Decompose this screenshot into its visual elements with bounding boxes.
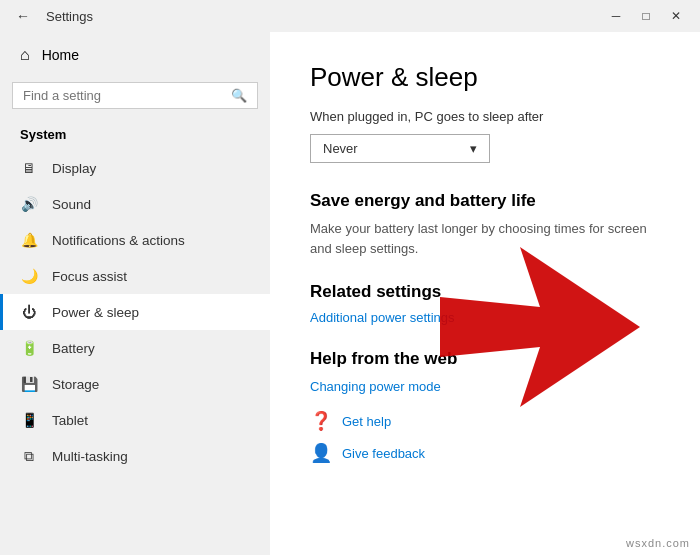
storage-icon: 💾 [20, 376, 38, 392]
sidebar-item-notifications[interactable]: 🔔 Notifications & actions [0, 222, 270, 258]
back-button[interactable]: ← [10, 6, 36, 26]
sidebar-power-label: Power & sleep [52, 305, 139, 320]
sidebar-item-storage[interactable]: 💾 Storage [0, 366, 270, 402]
sidebar-battery-label: Battery [52, 341, 95, 356]
plugged-in-label: When plugged in, PC goes to sleep after [310, 109, 660, 124]
dropdown-arrow-icon: ▾ [470, 141, 477, 156]
sidebar: ⌂ Home 🔍 System 🖥 Display 🔊 Sound 🔔 Noti… [0, 32, 270, 555]
title-bar: ← Settings ─ □ ✕ [0, 0, 700, 32]
notifications-icon: 🔔 [20, 232, 38, 248]
sidebar-sound-label: Sound [52, 197, 91, 212]
home-label: Home [42, 47, 79, 63]
watermark: wsxdn.com [626, 537, 690, 549]
close-button[interactable]: ✕ [662, 5, 690, 27]
sidebar-home-item[interactable]: ⌂ Home [0, 32, 270, 78]
title-bar-left: ← Settings [10, 6, 93, 26]
related-settings-heading: Related settings [310, 282, 660, 302]
title-bar-nav: ← [10, 6, 36, 26]
window-controls: ─ □ ✕ [602, 5, 690, 27]
search-icon: 🔍 [231, 88, 247, 103]
get-help-item[interactable]: ❓ Get help [310, 410, 660, 432]
get-help-icon: ❓ [310, 410, 332, 432]
sidebar-item-tablet[interactable]: 📱 Tablet [0, 402, 270, 438]
sidebar-multitasking-label: Multi-tasking [52, 449, 128, 464]
page-title: Power & sleep [310, 62, 660, 93]
dropdown-value: Never [323, 141, 358, 156]
give-feedback-item[interactable]: 👤 Give feedback [310, 442, 660, 464]
tablet-icon: 📱 [20, 412, 38, 428]
get-help-link[interactable]: Get help [342, 414, 391, 429]
sidebar-display-label: Display [52, 161, 96, 176]
display-icon: 🖥 [20, 160, 38, 176]
sidebar-item-battery[interactable]: 🔋 Battery [0, 330, 270, 366]
sidebar-item-sound[interactable]: 🔊 Sound [0, 186, 270, 222]
home-icon: ⌂ [20, 46, 30, 64]
sidebar-item-power[interactable]: ⏻ Power & sleep [0, 294, 270, 330]
changing-power-mode-link[interactable]: Changing power mode [310, 379, 660, 394]
give-feedback-icon: 👤 [310, 442, 332, 464]
sidebar-notifications-label: Notifications & actions [52, 233, 185, 248]
additional-power-settings-link[interactable]: Additional power settings [310, 310, 660, 325]
help-from-web-heading: Help from the web [310, 349, 660, 369]
content-area: Power & sleep When plugged in, PC goes t… [270, 32, 700, 555]
sidebar-item-multitasking[interactable]: ⧉ Multi-tasking [0, 438, 270, 475]
sidebar-tablet-label: Tablet [52, 413, 88, 428]
sidebar-item-focus[interactable]: 🌙 Focus assist [0, 258, 270, 294]
window-title: Settings [46, 9, 93, 24]
app-container: ⌂ Home 🔍 System 🖥 Display 🔊 Sound 🔔 Noti… [0, 32, 700, 555]
power-icon: ⏻ [20, 304, 38, 320]
focus-icon: 🌙 [20, 268, 38, 284]
sidebar-storage-label: Storage [52, 377, 99, 392]
save-energy-desc: Make your battery last longer by choosin… [310, 219, 660, 258]
search-box[interactable]: 🔍 [12, 82, 258, 109]
sidebar-item-display[interactable]: 🖥 Display [0, 150, 270, 186]
give-feedback-link[interactable]: Give feedback [342, 446, 425, 461]
save-energy-heading: Save energy and battery life [310, 191, 660, 211]
search-input[interactable] [23, 88, 223, 103]
sound-icon: 🔊 [20, 196, 38, 212]
sleep-dropdown[interactable]: Never ▾ [310, 134, 490, 163]
maximize-button[interactable]: □ [632, 5, 660, 27]
multitasking-icon: ⧉ [20, 448, 38, 465]
minimize-button[interactable]: ─ [602, 5, 630, 27]
sidebar-focus-label: Focus assist [52, 269, 127, 284]
sidebar-section-label: System [0, 121, 270, 150]
battery-icon: 🔋 [20, 340, 38, 356]
